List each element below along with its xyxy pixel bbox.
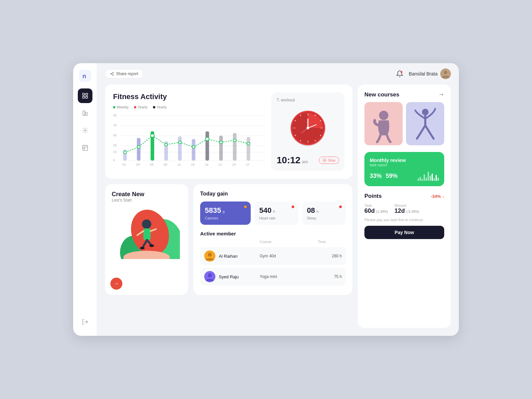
monthly-stat1: 33% xyxy=(370,173,382,180)
mini-bar-10 xyxy=(438,178,439,181)
workout-time-row: 10:12 am Stop xyxy=(277,155,339,166)
svg-rect-2 xyxy=(82,93,84,95)
svg-rect-91 xyxy=(143,228,151,240)
workout-label: T. workout xyxy=(277,98,295,102)
create-new-card: Create New Lest's Start. xyxy=(105,184,188,295)
member-avatar-0 xyxy=(204,250,215,262)
course-thumb-1[interactable] xyxy=(364,102,403,145)
new-courses-header: New courses → xyxy=(364,91,444,98)
clock-wrapper xyxy=(286,106,330,150)
svg-point-16 xyxy=(113,72,114,73)
mini-bar-7 xyxy=(432,174,433,181)
task-sub: (1.34%) xyxy=(376,210,388,213)
header-right: Bansilal Brata xyxy=(394,68,451,79)
svg-rect-3 xyxy=(85,93,87,95)
stat-card-heart: 540 h Heart rate xyxy=(255,201,298,225)
monthly-review-sub: task report xyxy=(370,163,439,167)
svg-point-78 xyxy=(295,135,296,136)
svg-rect-4 xyxy=(82,96,84,98)
heart-unit: h xyxy=(273,209,275,213)
points-missed: Missed 12d (-5.34%) xyxy=(395,203,419,214)
svg-text:50: 50 xyxy=(113,133,117,137)
course-thumb-2[interactable] xyxy=(406,102,444,145)
svg-text:21: 21 xyxy=(218,163,222,166)
svg-rect-6 xyxy=(83,111,85,115)
legend-weekly: Weekly xyxy=(113,105,129,109)
svg-point-102 xyxy=(208,273,212,277)
nav-item-dashboard[interactable] xyxy=(78,88,92,103)
svg-point-49 xyxy=(165,143,168,146)
svg-point-18 xyxy=(113,74,114,75)
missed-sub: (-5.34%) xyxy=(406,210,419,213)
stop-label: Stop xyxy=(328,158,335,162)
mini-bar-0 xyxy=(418,178,419,181)
svg-rect-45 xyxy=(247,137,250,161)
col-name xyxy=(201,240,260,244)
mini-bar-4 xyxy=(426,178,427,181)
svg-line-19 xyxy=(111,74,112,75)
svg-point-55 xyxy=(247,142,250,145)
nav-item-calendar[interactable] xyxy=(78,140,92,155)
legend-dot-weekly xyxy=(113,106,115,108)
share-report-button[interactable]: Share report xyxy=(105,69,143,78)
stat-card-sleep: 08 h Sleep xyxy=(302,201,346,225)
pay-now-button[interactable]: Pay Now xyxy=(364,226,444,239)
svg-text:12: 12 xyxy=(177,163,181,166)
svg-rect-5 xyxy=(85,96,87,98)
monthly-numbers: 33% 59% xyxy=(370,173,398,180)
sleep-unit: h xyxy=(317,209,319,213)
calories-value-row: 5835 g xyxy=(205,206,246,215)
svg-point-90 xyxy=(142,219,151,229)
mini-bar-6 xyxy=(430,176,431,181)
missed-label: Missed xyxy=(395,203,419,207)
fitness-activity-card: Fitness Activity Weekly Yearly xyxy=(105,84,352,179)
logout-icon[interactable] xyxy=(78,315,92,329)
points-header: Points -34% ↓ xyxy=(364,193,444,200)
heart-label: Heart rate xyxy=(259,216,294,220)
svg-point-50 xyxy=(179,141,182,144)
svg-point-74 xyxy=(320,120,321,121)
svg-rect-42 xyxy=(205,131,209,161)
create-new-subtitle: Lest's Start. xyxy=(112,198,182,202)
legend-weekly-label: Weekly xyxy=(117,105,129,109)
svg-point-46 xyxy=(123,151,126,154)
sidebar: n xyxy=(73,63,97,336)
sidebar-logout[interactable] xyxy=(78,315,92,329)
mini-bar-8 xyxy=(434,178,435,181)
active-members-title: Active member xyxy=(200,231,346,236)
legend-yearly-red: Yearly xyxy=(134,105,148,109)
legend-dot-yearly-dark xyxy=(153,106,155,108)
member-info-0: Al Raihan xyxy=(204,250,260,262)
svg-point-79 xyxy=(295,120,296,121)
mini-bar-1 xyxy=(420,177,421,181)
svg-text:n: n xyxy=(82,73,86,79)
svg-line-20 xyxy=(111,73,112,73)
points-section: Points -34% ↓ Task 60d (1.34%) xyxy=(364,193,444,239)
points-title: Points xyxy=(364,193,382,200)
svg-rect-40 xyxy=(178,136,182,161)
svg-point-75 xyxy=(320,135,321,136)
app-logo[interactable]: n xyxy=(79,70,91,82)
svg-text:0: 0 xyxy=(113,158,115,162)
courses-grid xyxy=(364,102,444,145)
col-course: Course xyxy=(260,240,318,244)
heart-value-row: 540 h xyxy=(259,206,294,215)
notification-icon[interactable] xyxy=(394,68,405,79)
nav-item-settings[interactable] xyxy=(78,123,92,138)
create-new-arrow[interactable]: → xyxy=(110,278,122,290)
svg-point-47 xyxy=(137,146,140,148)
nav-items xyxy=(78,88,92,315)
share-icon xyxy=(110,72,114,76)
svg-point-52 xyxy=(205,137,209,141)
nav-item-building[interactable] xyxy=(78,106,92,120)
legend-yearly-dark-label: Yearly xyxy=(157,105,167,109)
right-panel: New courses → xyxy=(358,84,451,328)
svg-point-48 xyxy=(151,134,154,137)
new-courses-arrow[interactable]: → xyxy=(438,91,444,98)
stat-card-calories: 5835 g Calories xyxy=(200,201,251,225)
stop-button[interactable]: Stop xyxy=(319,157,339,164)
task-label: Task xyxy=(364,203,388,207)
legend-dot-yearly-red xyxy=(134,106,136,108)
workout-time-display: 10:12 am xyxy=(277,155,308,166)
svg-rect-37 xyxy=(137,138,141,161)
